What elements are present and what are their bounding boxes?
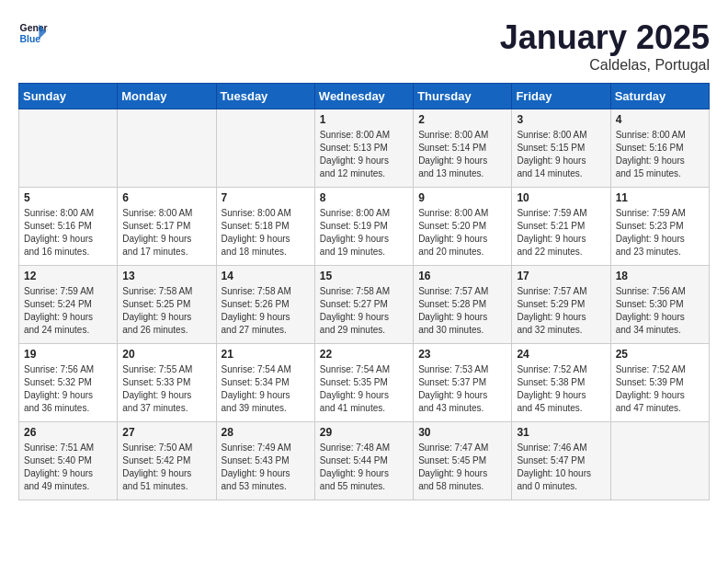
calendar-cell: 27Sunrise: 7:50 AM Sunset: 5:42 PM Dayli… [118, 422, 216, 500]
month-title: January 2025 [500, 18, 710, 57]
day-info: Sunrise: 7:52 AM Sunset: 5:38 PM Dayligh… [517, 363, 605, 415]
day-number: 5 [24, 191, 112, 204]
day-info: Sunrise: 7:59 AM Sunset: 5:24 PM Dayligh… [24, 285, 112, 337]
day-info: Sunrise: 7:53 AM Sunset: 5:37 PM Dayligh… [418, 363, 506, 415]
calendar-cell: 11Sunrise: 7:59 AM Sunset: 5:23 PM Dayli… [610, 188, 709, 266]
day-number: 9 [418, 191, 506, 204]
title-block: January 2025 Caldelas, Portugal [500, 18, 710, 74]
day-number: 16 [418, 270, 506, 282]
header-monday: Monday [118, 84, 216, 109]
calendar-cell: 10Sunrise: 7:59 AM Sunset: 5:21 PM Dayli… [512, 188, 610, 266]
day-info: Sunrise: 7:52 AM Sunset: 5:39 PM Dayligh… [616, 363, 704, 415]
day-info: Sunrise: 8:00 AM Sunset: 5:14 PM Dayligh… [418, 129, 506, 180]
calendar-cell: 9Sunrise: 8:00 AM Sunset: 5:20 PM Daylig… [414, 188, 512, 266]
day-number: 14 [222, 270, 310, 282]
day-info: Sunrise: 7:54 AM Sunset: 5:34 PM Dayligh… [222, 363, 310, 415]
calendar-cell: 29Sunrise: 7:48 AM Sunset: 5:44 PM Dayli… [314, 422, 413, 500]
day-number: 8 [320, 191, 408, 204]
calendar-cell [19, 109, 118, 188]
day-info: Sunrise: 8:00 AM Sunset: 5:19 PM Dayligh… [320, 207, 408, 259]
day-info: Sunrise: 8:00 AM Sunset: 5:16 PM Dayligh… [24, 207, 112, 259]
day-info: Sunrise: 7:56 AM Sunset: 5:32 PM Dayligh… [24, 363, 112, 415]
day-info: Sunrise: 8:00 AM Sunset: 5:17 PM Dayligh… [122, 207, 210, 259]
day-info: Sunrise: 7:57 AM Sunset: 5:28 PM Dayligh… [418, 285, 506, 337]
calendar-cell: 1Sunrise: 8:00 AM Sunset: 5:13 PM Daylig… [314, 109, 413, 188]
day-info: Sunrise: 8:00 AM Sunset: 5:16 PM Dayligh… [616, 129, 704, 180]
header-friday: Friday [512, 84, 610, 109]
day-info: Sunrise: 8:00 AM Sunset: 5:15 PM Dayligh… [517, 129, 605, 180]
day-info: Sunrise: 7:50 AM Sunset: 5:42 PM Dayligh… [122, 442, 210, 493]
day-number: 31 [517, 426, 605, 439]
calendar-cell: 6Sunrise: 8:00 AM Sunset: 5:17 PM Daylig… [118, 188, 216, 266]
calendar-cell: 17Sunrise: 7:57 AM Sunset: 5:29 PM Dayli… [512, 266, 610, 344]
header-thursday: Thursday [414, 84, 512, 109]
day-number: 22 [320, 348, 408, 361]
day-info: Sunrise: 7:51 AM Sunset: 5:40 PM Dayligh… [24, 442, 112, 493]
day-number: 15 [320, 270, 408, 282]
calendar-cell [610, 422, 709, 500]
day-number: 17 [517, 270, 605, 282]
calendar-cell [216, 109, 314, 188]
day-number: 6 [122, 191, 210, 204]
day-info: Sunrise: 7:55 AM Sunset: 5:33 PM Dayligh… [122, 363, 210, 415]
day-number: 23 [418, 348, 506, 361]
day-info: Sunrise: 7:56 AM Sunset: 5:30 PM Dayligh… [616, 285, 704, 337]
day-info: Sunrise: 7:59 AM Sunset: 5:23 PM Dayligh… [616, 207, 704, 259]
header-tuesday: Tuesday [216, 84, 314, 109]
calendar-cell: 3Sunrise: 8:00 AM Sunset: 5:15 PM Daylig… [512, 109, 610, 188]
day-number: 2 [418, 113, 506, 126]
calendar-cell: 19Sunrise: 7:56 AM Sunset: 5:32 PM Dayli… [19, 344, 118, 422]
calendar-cell: 28Sunrise: 7:49 AM Sunset: 5:43 PM Dayli… [216, 422, 314, 500]
header-saturday: Saturday [610, 84, 709, 109]
calendar-cell: 16Sunrise: 7:57 AM Sunset: 5:28 PM Dayli… [414, 266, 512, 344]
header-wednesday: Wednesday [314, 84, 413, 109]
page-header: General Blue January 2025 Caldelas, Port… [18, 18, 710, 74]
calendar-cell: 13Sunrise: 7:58 AM Sunset: 5:25 PM Dayli… [118, 266, 216, 344]
calendar-week-1: 1Sunrise: 8:00 AM Sunset: 5:13 PM Daylig… [19, 109, 710, 188]
day-number: 18 [616, 270, 704, 282]
calendar-cell: 20Sunrise: 7:55 AM Sunset: 5:33 PM Dayli… [118, 344, 216, 422]
day-number: 25 [616, 348, 704, 361]
logo: General Blue [18, 18, 48, 48]
location-subtitle: Caldelas, Portugal [500, 57, 710, 74]
calendar-cell: 23Sunrise: 7:53 AM Sunset: 5:37 PM Dayli… [414, 344, 512, 422]
calendar-cell: 15Sunrise: 7:58 AM Sunset: 5:27 PM Dayli… [314, 266, 413, 344]
day-number: 19 [24, 348, 112, 361]
day-number: 21 [222, 348, 310, 361]
day-number: 7 [222, 191, 310, 204]
day-number: 20 [122, 348, 210, 361]
day-number: 13 [122, 270, 210, 282]
day-number: 10 [517, 191, 605, 204]
day-info: Sunrise: 7:47 AM Sunset: 5:45 PM Dayligh… [418, 442, 506, 493]
calendar-cell: 31Sunrise: 7:46 AM Sunset: 5:47 PM Dayli… [512, 422, 610, 500]
logo-icon: General Blue [18, 18, 48, 48]
day-info: Sunrise: 7:58 AM Sunset: 5:27 PM Dayligh… [320, 285, 408, 337]
day-number: 30 [418, 426, 506, 439]
svg-text:Blue: Blue [20, 34, 41, 44]
calendar-week-3: 12Sunrise: 7:59 AM Sunset: 5:24 PM Dayli… [19, 266, 710, 344]
calendar-header-row: SundayMondayTuesdayWednesdayThursdayFrid… [19, 84, 710, 109]
calendar-cell: 4Sunrise: 8:00 AM Sunset: 5:16 PM Daylig… [610, 109, 709, 188]
calendar-cell: 26Sunrise: 7:51 AM Sunset: 5:40 PM Dayli… [19, 422, 118, 500]
day-info: Sunrise: 7:49 AM Sunset: 5:43 PM Dayligh… [222, 442, 310, 493]
calendar-cell: 18Sunrise: 7:56 AM Sunset: 5:30 PM Dayli… [610, 266, 709, 344]
header-sunday: Sunday [19, 84, 118, 109]
day-number: 3 [517, 113, 605, 126]
calendar-cell: 25Sunrise: 7:52 AM Sunset: 5:39 PM Dayli… [610, 344, 709, 422]
calendar-week-4: 19Sunrise: 7:56 AM Sunset: 5:32 PM Dayli… [19, 344, 710, 422]
day-info: Sunrise: 7:48 AM Sunset: 5:44 PM Dayligh… [320, 442, 408, 493]
calendar-cell: 7Sunrise: 8:00 AM Sunset: 5:18 PM Daylig… [216, 188, 314, 266]
day-info: Sunrise: 7:59 AM Sunset: 5:21 PM Dayligh… [517, 207, 605, 259]
day-number: 11 [616, 191, 704, 204]
day-number: 4 [616, 113, 704, 126]
calendar-cell: 2Sunrise: 8:00 AM Sunset: 5:14 PM Daylig… [414, 109, 512, 188]
calendar-cell: 22Sunrise: 7:54 AM Sunset: 5:35 PM Dayli… [314, 344, 413, 422]
calendar-week-5: 26Sunrise: 7:51 AM Sunset: 5:40 PM Dayli… [19, 422, 710, 500]
day-info: Sunrise: 8:00 AM Sunset: 5:20 PM Dayligh… [418, 207, 506, 259]
calendar-cell: 8Sunrise: 8:00 AM Sunset: 5:19 PM Daylig… [314, 188, 413, 266]
day-number: 28 [222, 426, 310, 439]
calendar-cell: 24Sunrise: 7:52 AM Sunset: 5:38 PM Dayli… [512, 344, 610, 422]
day-info: Sunrise: 7:46 AM Sunset: 5:47 PM Dayligh… [517, 442, 605, 493]
day-number: 12 [24, 270, 112, 282]
day-info: Sunrise: 8:00 AM Sunset: 5:13 PM Dayligh… [320, 129, 408, 180]
